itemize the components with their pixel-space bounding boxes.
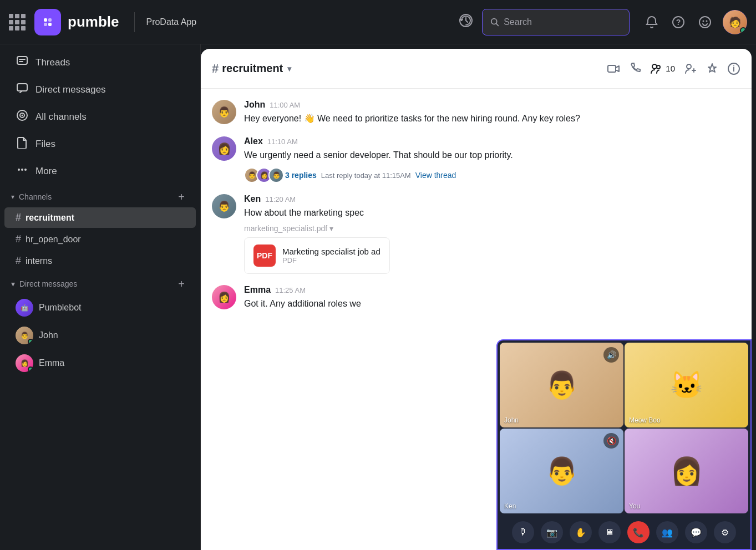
video-grid: 👨 John 🔊 🐱 Meow Boo 👨 Ken 🔇 👩: [498, 340, 750, 516]
svg-point-22: [657, 65, 660, 69]
svg-rect-3: [44, 23, 47, 26]
channel-hash-icon: #: [16, 212, 21, 223]
end-call-button[interactable]: 📞: [627, 521, 650, 543]
svg-rect-4: [48, 23, 52, 26]
add-dm-button[interactable]: +: [174, 276, 189, 292]
video-cell-meow: 🐱 Meow Boo: [625, 343, 748, 427]
ken-msg-avatar: 👨: [212, 194, 236, 218]
emma-msg-header: Emma 11:25 AM: [244, 285, 740, 295]
all-channels-icon: [16, 109, 29, 124]
attachment-name: Marketing specialist job ad: [282, 247, 380, 256]
add-member-icon[interactable]: [684, 62, 697, 75]
cam-button[interactable]: 📷: [541, 521, 563, 543]
pin-icon[interactable]: [706, 63, 718, 75]
topbar-divider: [134, 12, 135, 32]
member-count[interactable]: 10: [650, 63, 675, 75]
hand-button[interactable]: ✋: [570, 521, 592, 543]
thread-avatar-3: 👨: [268, 167, 284, 183]
phone-call-icon[interactable]: [629, 63, 641, 75]
add-channel-button[interactable]: +: [174, 189, 189, 205]
svg-point-11: [706, 20, 708, 22]
bell-icon[interactable]: [643, 13, 661, 31]
emoji-icon[interactable]: [696, 13, 714, 31]
dm-section[interactable]: ▾ Direct messages +: [0, 272, 200, 294]
svg-rect-12: [17, 57, 27, 64]
svg-point-16: [22, 115, 23, 116]
files-icon: [16, 136, 29, 151]
screen-share-button[interactable]: 🖥: [598, 521, 621, 543]
direct-messages-icon: [16, 82, 29, 97]
svg-rect-2: [48, 18, 52, 22]
search-bar[interactable]: [482, 9, 630, 35]
sidebar-item-files[interactable]: Files: [4, 131, 196, 157]
dm-item-pumblebot[interactable]: 🤖 Pumblebot: [4, 294, 196, 321]
main-chat: # recruitment ▾ 10: [201, 49, 752, 550]
channel-hash-icon: #: [16, 233, 21, 245]
message-emma: 👩 Emma 11:25 AM Got it. Any additional r…: [212, 285, 740, 310]
alex-msg-text: We urgently need a senior developer. Tha…: [244, 149, 740, 162]
channel-item-interns[interactable]: # interns: [4, 251, 196, 271]
svg-text:?: ?: [676, 18, 681, 27]
search-input[interactable]: [504, 17, 621, 27]
settings-button[interactable]: ⚙: [714, 521, 736, 543]
attachment-preview[interactable]: PDF Marketing specialist job ad PDF: [244, 237, 390, 274]
message-alex: 👩 Alex 11:10 AM We urgently need a senio…: [212, 136, 740, 183]
john-msg-content: John 11:00 AM Hey everyone! 👋 We need to…: [244, 100, 740, 125]
svg-point-18: [21, 169, 23, 171]
channels-section[interactable]: ▾ Channels +: [0, 185, 200, 207]
svg-point-17: [18, 169, 20, 171]
sidebar-item-all-channels[interactable]: All channels: [4, 104, 196, 130]
video-call-icon[interactable]: [607, 62, 620, 75]
svg-point-23: [687, 64, 691, 69]
ken-msg-name: Ken: [244, 194, 261, 204]
video-cell-john: 👨 John 🔊: [500, 343, 623, 427]
video-label-meow: Meow Boo: [629, 416, 661, 424]
info-icon[interactable]: i: [727, 62, 740, 75]
topbar-icons: ? 🧑: [643, 10, 747, 34]
svg-point-19: [24, 169, 27, 171]
dm-item-john[interactable]: 👨 John: [4, 322, 196, 349]
emma-msg-text: Got it. Any additional roles we: [244, 297, 740, 310]
sidebar-item-direct-messages[interactable]: Direct messages: [4, 77, 196, 103]
channel-item-recruitment[interactable]: # recruitment: [4, 207, 196, 228]
emma-msg-name: Emma: [244, 285, 271, 295]
video-label-ken: Ken: [504, 502, 516, 510]
help-icon[interactable]: ?: [669, 13, 687, 31]
grid-icon[interactable]: [9, 14, 26, 30]
chat-button[interactable]: 💬: [685, 521, 707, 543]
people-button[interactable]: 👥: [656, 521, 678, 543]
dm-item-emma[interactable]: 👩 Emma: [4, 350, 196, 376]
channel-title-chevron[interactable]: ▾: [287, 64, 291, 73]
john-msg-time: 11:00 AM: [270, 101, 300, 109]
john-msg-avatar: 👨: [212, 100, 236, 124]
video-cell-you: 👩 You: [625, 429, 748, 513]
video-cell-ken: 👨 Ken 🔇: [500, 429, 623, 513]
message-john: 👨 John 11:00 AM Hey everyone! 👋 We need …: [212, 100, 740, 125]
ken-msg-time: 11:20 AM: [265, 195, 296, 203]
pumblebot-avatar: 🤖: [16, 299, 33, 317]
app-name: pumble: [68, 13, 119, 30]
thread-info: 👨 👩 👨 3 replies Last reply today at 11:1…: [244, 167, 740, 183]
video-label-you: You: [629, 502, 640, 510]
thread-replies-count[interactable]: 3 replies: [285, 171, 317, 180]
attachment-label[interactable]: marketing_specialist.pdf ▾: [244, 224, 740, 233]
svg-rect-20: [608, 65, 616, 72]
history-icon[interactable]: [459, 13, 473, 31]
chat-header: # recruitment ▾ 10: [201, 49, 752, 89]
app-logo[interactable]: [34, 9, 61, 35]
emma-msg-time: 11:25 AM: [275, 286, 306, 294]
channel-hash-icon: #: [16, 255, 21, 267]
ken-msg-text: How about the marketing spec: [244, 206, 740, 220]
user-avatar[interactable]: 🧑: [723, 10, 747, 34]
sidebar-item-more[interactable]: More: [4, 158, 196, 184]
dm-name-emma: Emma: [39, 358, 64, 368]
view-thread-link[interactable]: View thread: [415, 171, 456, 180]
sidebar-item-threads[interactable]: Threads: [4, 49, 196, 75]
attachment-filename: marketing_specialist.pdf: [244, 224, 327, 233]
mic-button[interactable]: 🎙: [512, 521, 534, 543]
svg-rect-1: [44, 18, 47, 22]
topbar: pumble ProData App ? 🧑: [0, 0, 756, 44]
channel-item-hr-open-door[interactable]: # hr_open_door: [4, 229, 196, 249]
attachment-info: Marketing specialist job ad PDF: [282, 247, 380, 264]
svg-point-10: [703, 20, 704, 22]
